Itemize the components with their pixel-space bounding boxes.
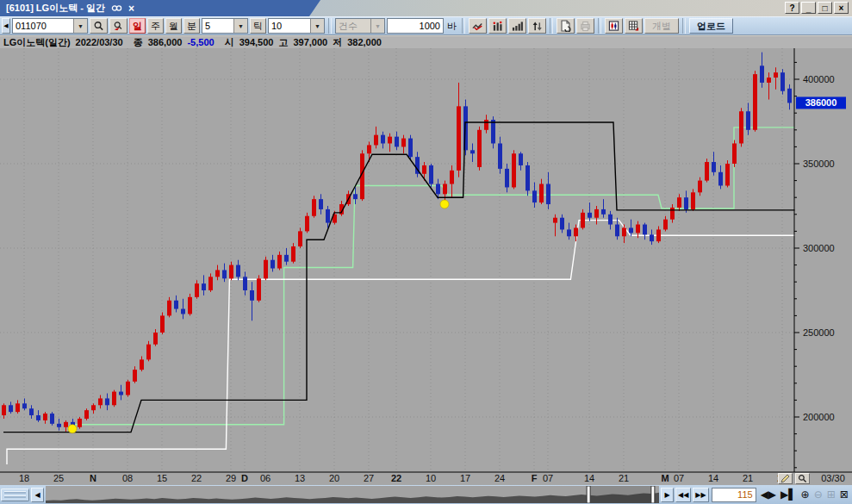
svg-text:D: D xyxy=(241,473,248,483)
search-button[interactable] xyxy=(90,18,108,34)
count-combo: 건수 ▼ xyxy=(335,18,385,34)
grid-icon xyxy=(628,20,639,32)
scrollbar-grip[interactable] xyxy=(1,488,29,501)
link-icon[interactable] xyxy=(111,3,122,14)
title-bar: [6101] LG이노텍 - 일간 × ? _ □ × xyxy=(0,0,852,16)
fit-window-icon: ⊞ xyxy=(827,488,836,501)
svg-text:386000: 386000 xyxy=(805,97,837,108)
printer-icon xyxy=(580,21,591,32)
scroll-left-button[interactable]: ◀ xyxy=(31,488,44,502)
high-value: 397,000 xyxy=(293,37,327,47)
open-label: 시 xyxy=(225,36,234,49)
search-icon xyxy=(93,20,104,32)
search-jump-icon xyxy=(113,20,124,32)
minute-interval-value: 5 xyxy=(202,21,233,31)
svg-text:N: N xyxy=(90,473,96,483)
history-minimap[interactable] xyxy=(46,486,659,503)
svg-text:M: M xyxy=(661,473,669,483)
svg-text:21: 21 xyxy=(619,473,629,483)
svg-text:24: 24 xyxy=(494,473,505,483)
svg-text:17: 17 xyxy=(460,473,470,483)
svg-text:400000: 400000 xyxy=(803,74,835,84)
range-handle-right[interactable] xyxy=(651,486,655,503)
low-value: 382,000 xyxy=(347,37,382,47)
stock-code-value: 011070 xyxy=(13,21,73,31)
svg-text:14: 14 xyxy=(584,473,594,483)
svg-text:06: 06 xyxy=(260,473,271,483)
quote-info-bar: LG이노텍(일간) 2022/03/30 종 386,000 -5,500 시 … xyxy=(0,36,852,48)
low-label: 저 xyxy=(333,36,342,49)
close-value: 386,000 xyxy=(148,37,183,47)
new-chart-button[interactable] xyxy=(557,18,575,34)
high-label: 고 xyxy=(278,36,288,49)
chevron-down-icon: ▼ xyxy=(370,19,384,33)
svg-text:22: 22 xyxy=(191,473,202,483)
period-month-button[interactable]: 월 xyxy=(165,18,182,34)
indicator-button[interactable] xyxy=(488,18,507,34)
toolbar-collapse-button[interactable]: ◀ xyxy=(2,18,10,34)
toolbar-separator xyxy=(462,18,465,34)
new-doc-icon xyxy=(560,20,571,32)
chevron-down-icon[interactable]: ▼ xyxy=(310,19,324,33)
period-minute-button[interactable]: 분 xyxy=(183,18,200,34)
volume-bars-icon xyxy=(512,21,523,32)
upload-button[interactable]: 업로드 xyxy=(689,18,733,34)
rewind-button[interactable]: ◀◀ xyxy=(675,488,691,502)
maximize-button[interactable]: □ xyxy=(818,2,832,14)
bars-unit-label: 바 xyxy=(445,20,458,33)
bar-count-input[interactable] xyxy=(387,18,444,34)
candlestick-chart: 1825N08152229D0613202722101724F071421M07… xyxy=(0,48,852,485)
chart-zoom-button[interactable] xyxy=(795,473,810,484)
minimize-button[interactable]: _ xyxy=(801,2,816,14)
window-title-tab[interactable]: [6101] LG이노텍 - 일간 × xyxy=(0,0,320,16)
search-jump-button[interactable] xyxy=(109,18,127,34)
period-day-button[interactable]: 일 xyxy=(129,18,146,34)
close-button[interactable]: × xyxy=(834,2,849,14)
quote-date: 2022/03/30 xyxy=(76,37,123,47)
tick-interval-combo[interactable]: 10 ▼ xyxy=(268,18,325,34)
period-tick-button[interactable]: 틱 xyxy=(250,18,266,34)
print-button xyxy=(576,18,594,34)
close-panel-icon[interactable]: ⊠ xyxy=(840,488,849,501)
window-title: [6101] LG이노텍 - 일간 xyxy=(6,2,105,15)
sort-updown-button[interactable] xyxy=(528,18,546,34)
draw-button[interactable] xyxy=(778,473,793,484)
svg-text:14: 14 xyxy=(708,473,718,483)
visible-bar-count-input[interactable] xyxy=(712,488,756,502)
volume-bars-button[interactable] xyxy=(508,18,526,34)
window-buttons: ? _ □ × xyxy=(785,2,849,14)
svg-text:27: 27 xyxy=(364,473,374,483)
candle-chart-button[interactable] xyxy=(605,18,623,34)
help-button[interactable]: ? xyxy=(785,2,799,14)
zoom-out-icon: ⊖ xyxy=(814,488,823,501)
step-forward-button[interactable]: ▶ xyxy=(661,488,674,502)
stock-code-combo[interactable]: 011070 ▼ xyxy=(12,18,88,34)
svg-text:18: 18 xyxy=(19,473,29,483)
range-handle-left[interactable] xyxy=(587,486,590,503)
toolbar-separator xyxy=(550,18,553,34)
svg-text:13: 13 xyxy=(295,473,305,483)
toolbar-separator xyxy=(682,18,686,34)
chevron-down-icon[interactable]: ▼ xyxy=(73,19,87,33)
svg-text:29: 29 xyxy=(226,473,236,483)
svg-text:07: 07 xyxy=(543,473,553,483)
svg-text:F: F xyxy=(532,473,538,483)
zoom-in-icon[interactable]: ⊕ xyxy=(801,488,810,501)
tab-close-icon[interactable]: × xyxy=(128,4,134,13)
expand-bars-icon[interactable]: ◀▶ xyxy=(761,488,776,501)
fast-forward-button[interactable]: ▶▶ xyxy=(693,488,708,502)
svg-text:25: 25 xyxy=(53,473,64,483)
open-value: 394,500 xyxy=(239,37,274,47)
go-to-end-icon[interactable]: ▶▌ xyxy=(780,488,796,501)
signal-marker xyxy=(68,425,77,433)
svg-text:300000: 300000 xyxy=(803,243,835,253)
svg-text:22: 22 xyxy=(391,473,401,483)
trend-check-button[interactable] xyxy=(469,18,487,34)
period-week-button[interactable]: 주 xyxy=(147,18,164,34)
quote-name: LG이노텍(일간) xyxy=(3,36,71,49)
svg-text:10: 10 xyxy=(426,473,436,483)
minute-interval-combo[interactable]: 5 ▼ xyxy=(202,18,248,34)
grid-button[interactable] xyxy=(625,18,643,34)
chevron-down-icon[interactable]: ▼ xyxy=(233,19,247,33)
svg-text:07: 07 xyxy=(674,473,684,483)
